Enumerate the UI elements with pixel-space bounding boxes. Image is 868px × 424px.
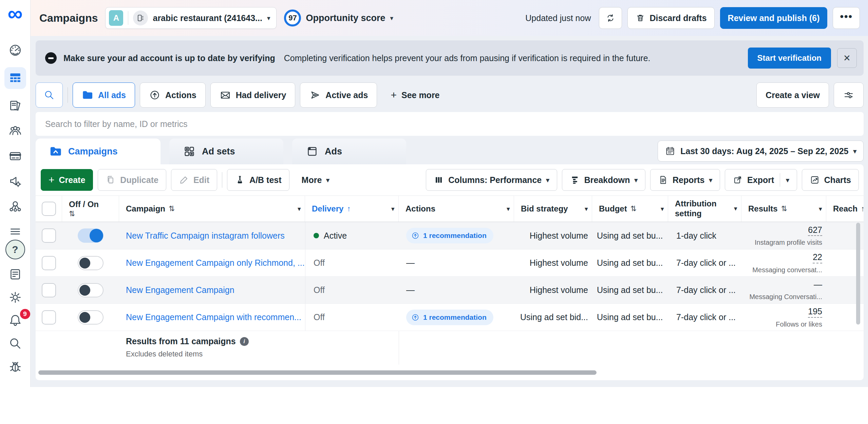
filter-caret-icon[interactable]: ▾ bbox=[819, 205, 822, 213]
no-actions-dash: — bbox=[406, 258, 415, 268]
delivery-cell: Off bbox=[305, 304, 399, 331]
create-a-view-button[interactable]: Create a view bbox=[756, 82, 829, 108]
banner-close-button[interactable]: ✕ bbox=[837, 48, 857, 68]
filter-caret-icon[interactable]: ▾ bbox=[391, 205, 394, 213]
row-checkbox[interactable] bbox=[42, 310, 56, 325]
filter-caret-icon[interactable]: ▾ bbox=[734, 205, 737, 212]
duplicate-button[interactable]: Duplicate bbox=[98, 169, 166, 191]
more-options-button[interactable]: ••• bbox=[833, 7, 860, 29]
plus-icon: + bbox=[49, 175, 55, 185]
ads-reporting-icon[interactable] bbox=[4, 98, 26, 114]
report-icon bbox=[658, 175, 668, 185]
campaign-toggle[interactable] bbox=[78, 310, 103, 325]
horizontal-scrollbar-thumb[interactable] bbox=[38, 370, 597, 375]
ads-settings-icon[interactable] bbox=[4, 173, 26, 189]
tab-ads[interactable]: Ads bbox=[292, 139, 406, 164]
results-cell: 627 Instagram profile visits bbox=[741, 225, 826, 246]
header-budget[interactable]: Budget ⇅ ▾ bbox=[592, 196, 668, 222]
notes-icon[interactable] bbox=[4, 266, 26, 282]
campaign-link[interactable]: New Traffic Campaign instagram followers bbox=[126, 231, 285, 240]
opportunity-score[interactable]: 97 Opportunity score ▾ bbox=[284, 10, 393, 26]
billing-icon[interactable] bbox=[4, 148, 26, 164]
view-settings-button[interactable] bbox=[834, 82, 864, 108]
filter-caret-icon[interactable]: ▾ bbox=[507, 205, 510, 213]
attribution-cell: 7-day click or ... bbox=[668, 312, 741, 322]
results-value[interactable]: 627 bbox=[808, 225, 822, 236]
info-icon[interactable]: i bbox=[240, 337, 249, 346]
recommendation-badge[interactable]: 1 recommendation bbox=[406, 310, 493, 325]
opportunity-score-label: Opportunity score bbox=[306, 13, 385, 23]
header-bid-strategy[interactable]: Bid strategy ▾ bbox=[514, 196, 592, 222]
campaign-link[interactable]: New Engagement Campaign bbox=[126, 285, 234, 295]
reports-button[interactable]: Reports ▾ bbox=[650, 169, 720, 191]
header-campaign[interactable]: Campaign ⇅ ▾ bbox=[119, 196, 305, 222]
row-checkbox[interactable] bbox=[42, 228, 56, 243]
filter-caret-icon[interactable]: ▾ bbox=[661, 205, 664, 213]
bid-strategy-cell: Highest volume bbox=[514, 258, 592, 268]
meta-logo-icon[interactable]: ∞ bbox=[7, 3, 22, 24]
create-button[interactable]: + Create bbox=[41, 169, 93, 191]
edit-button[interactable]: Edit bbox=[171, 169, 217, 191]
campaign-link[interactable]: New Engagement Campaign with recommen... bbox=[126, 312, 301, 322]
tab-campaigns[interactable]: Campaigns bbox=[36, 139, 161, 164]
filter-active-ads[interactable]: Active ads bbox=[300, 82, 377, 108]
workspace: Make sure your ad account is up to date … bbox=[31, 36, 868, 387]
discard-drafts-button[interactable]: Discard drafts bbox=[627, 7, 714, 29]
header-off-on[interactable]: Off / On ⇅ bbox=[62, 196, 119, 222]
filter-caret-icon[interactable]: ▾ bbox=[585, 205, 588, 213]
all-tools-menu-icon[interactable] bbox=[4, 223, 26, 240]
campaigns-card: + Create Duplicate Edit A/B test bbox=[36, 164, 864, 380]
row-checkbox[interactable] bbox=[42, 283, 56, 297]
vertical-scrollbar-thumb[interactable] bbox=[856, 223, 860, 325]
header-reach[interactable]: Reach ↑ bbox=[826, 196, 864, 222]
more-button[interactable]: More ▾ bbox=[294, 169, 337, 191]
results-value[interactable]: 195 bbox=[808, 306, 822, 317]
audiences-icon[interactable] bbox=[4, 123, 26, 139]
recommendation-badge[interactable]: 1 recommendation bbox=[406, 228, 493, 243]
select-all-checkbox[interactable] bbox=[42, 202, 56, 216]
opportunity-score-ring: 97 bbox=[284, 10, 301, 26]
filter-actions[interactable]: Actions bbox=[140, 82, 206, 108]
campaign-toggle[interactable] bbox=[78, 228, 103, 243]
account-selector[interactable]: A arabic restaurant (241643... ▾ bbox=[105, 7, 277, 29]
ab-test-button[interactable]: A/B test bbox=[227, 169, 289, 191]
table-tools: Columns: Performance ▾ Breakdown ▾ Repor… bbox=[426, 169, 859, 191]
export-button[interactable]: Export ▾ bbox=[725, 169, 797, 191]
campaign-link[interactable]: New Engagement Campaign only Richmond, .… bbox=[126, 258, 305, 268]
notifications-bell-icon[interactable]: 9 bbox=[4, 312, 26, 329]
global-search-icon[interactable] bbox=[4, 335, 26, 352]
review-and-publish-button[interactable]: Review and publish (6) bbox=[720, 7, 828, 29]
help-icon[interactable]: ? bbox=[5, 240, 25, 259]
start-verification-button[interactable]: Start verification bbox=[748, 48, 831, 69]
filter-all-ads[interactable]: All ads bbox=[73, 82, 135, 108]
ads-frame-icon bbox=[306, 145, 319, 158]
breakdown-button[interactable]: Breakdown ▾ bbox=[562, 169, 645, 191]
columns-button[interactable]: Columns: Performance ▾ bbox=[426, 169, 557, 191]
header-actions[interactable]: Actions ▾ bbox=[399, 196, 514, 222]
see-more-filters[interactable]: + See more bbox=[382, 82, 448, 108]
campaign-toggle[interactable] bbox=[78, 283, 103, 297]
results-label: Messaging conversat... bbox=[752, 266, 822, 274]
campaigns-table-icon[interactable] bbox=[4, 67, 26, 89]
filter-search-button[interactable] bbox=[36, 82, 63, 108]
header-attribution-setting[interactable]: Attribution setting ▾ bbox=[668, 196, 741, 222]
charts-button[interactable]: Charts bbox=[802, 169, 859, 191]
bug-report-icon[interactable] bbox=[4, 358, 26, 375]
account-overview-icon[interactable] bbox=[4, 42, 26, 58]
header-delivery[interactable]: Delivery ↑ ▾ bbox=[305, 196, 399, 222]
results-value[interactable]: 22 bbox=[813, 252, 822, 263]
filter-had-delivery[interactable]: Had delivery bbox=[210, 82, 296, 108]
row-checkbox[interactable] bbox=[42, 256, 56, 270]
header-results[interactable]: Results ⇅ ▾ bbox=[741, 196, 826, 222]
filter-caret-icon[interactable]: ▾ bbox=[298, 205, 301, 213]
refresh-button[interactable] bbox=[599, 7, 622, 29]
campaign-toggle[interactable] bbox=[78, 256, 103, 270]
settings-gear-icon[interactable] bbox=[4, 289, 26, 306]
main-area: Campaigns A arabic restaurant (241643...… bbox=[31, 0, 868, 387]
tab-ad-sets[interactable]: Ad sets bbox=[169, 139, 283, 164]
business-assets-icon[interactable] bbox=[4, 198, 26, 215]
date-range-picker[interactable]: Last 30 days: Aug 24, 2025 – Sep 22, 202… bbox=[658, 141, 864, 162]
search-icon bbox=[43, 89, 55, 101]
top-actions: Updated just now Discard drafts Review a… bbox=[525, 7, 860, 29]
search-input[interactable] bbox=[36, 112, 864, 136]
